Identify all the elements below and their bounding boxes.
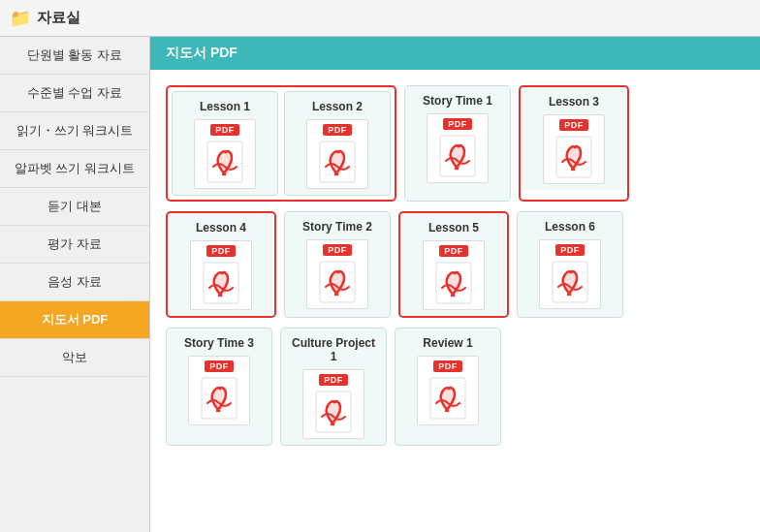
content-area: 지도서 PDF Lesson 1 PDF: [150, 37, 760, 532]
pdf-label-storytime3: Story Time 3: [184, 336, 254, 350]
pdf-item-lesson4[interactable]: Lesson 4 PDF: [168, 213, 274, 316]
pdf-item-lesson1[interactable]: Lesson 1 PDF: [172, 91, 278, 196]
pdf-item-storytime3[interactable]: Story Time 3 PDF: [166, 328, 272, 446]
pdf-item-storytime2[interactable]: Story Time 2 PDF: [284, 211, 391, 318]
grid-row-1: Lesson 1 PDF Lesson 2 PDF: [166, 85, 744, 202]
pdf-label-review1: Review 1: [423, 336, 472, 350]
grid-row-3: Story Time 3 PDF Culture Project 1 PDF: [166, 328, 744, 446]
pdf-icon-wrap-review1: PDF: [417, 356, 479, 425]
folder-icon: 📁: [10, 8, 31, 29]
group-lesson3: Lesson 3 PDF: [519, 85, 629, 202]
pdf-icon-wrap-culture1: PDF: [302, 369, 364, 439]
grid-row-2: Lesson 4 PDF Story Time 2 PDF: [166, 211, 744, 318]
pdf-item-culture1[interactable]: Culture Project 1 PDF: [280, 328, 387, 446]
pdf-item-lesson3[interactable]: Lesson 3 PDF: [521, 87, 627, 190]
pdf-icon-wrap-lesson2: PDF: [306, 119, 368, 189]
pdf-icon-wrap-lesson4: PDF: [190, 240, 252, 310]
pdf-icon-wrap-lesson3: PDF: [543, 114, 605, 184]
pdf-item-lesson6[interactable]: Lesson 6 PDF: [517, 211, 623, 318]
sidebar-item-alphabet-write[interactable]: 알파벳 쓰기 워크시트: [0, 150, 149, 188]
sidebar-item-music-score[interactable]: 악보: [0, 339, 149, 377]
pdf-label-lesson4: Lesson 4: [196, 221, 246, 235]
sidebar-item-unit-activity[interactable]: 단원별 활동 자료: [0, 37, 149, 75]
group-lesson1-2: Lesson 1 PDF Lesson 2 PDF: [166, 85, 396, 202]
app-title: 📁 자료실: [10, 8, 80, 29]
pdf-icon-wrap-lesson5: PDF: [423, 240, 485, 310]
pdf-item-lesson5[interactable]: Lesson 5 PDF: [400, 213, 507, 316]
content-header-title: 지도서 PDF: [166, 45, 238, 60]
pdf-icon-wrap-storytime3: PDF: [188, 356, 250, 425]
sidebar-item-level-class[interactable]: 수준별 수업 자료: [0, 75, 149, 112]
sidebar: 단원별 활동 자료수준별 수업 자료읽기・쓰기 워크시트알파벳 쓰기 워크시트듣…: [0, 37, 150, 532]
pdf-label-storytime1: Story Time 1: [423, 94, 492, 108]
pdf-item-review1[interactable]: Review 1 PDF: [395, 328, 501, 446]
pdf-label-storytime2: Story Time 2: [302, 220, 372, 234]
app-title-text: 자료실: [37, 9, 80, 27]
pdf-grid: Lesson 1 PDF Lesson 2 PDF: [150, 70, 760, 461]
pdf-label-culture1: Culture Project 1: [287, 336, 380, 363]
pdf-label-lesson3: Lesson 3: [549, 95, 599, 109]
pdf-icon-wrap-lesson6: PDF: [539, 239, 601, 309]
main-layout: 단원별 활동 자료수준별 수업 자료읽기・쓰기 워크시트알파벳 쓰기 워크시트듣…: [0, 37, 760, 532]
pdf-icon-wrap-storytime1: PDF: [427, 113, 489, 183]
group-lesson4: Lesson 4 PDF: [166, 211, 276, 318]
sidebar-item-listen-script[interactable]: 듣기 대본: [0, 188, 149, 226]
sidebar-item-evaluation[interactable]: 평가 자료: [0, 226, 149, 264]
sidebar-item-audio[interactable]: 음성 자료: [0, 264, 149, 301]
top-bar: 📁 자료실: [0, 0, 760, 37]
pdf-label-lesson1: Lesson 1: [200, 100, 250, 113]
content-header: 지도서 PDF: [150, 37, 760, 70]
group-lesson5: Lesson 5 PDF: [398, 211, 509, 318]
pdf-label-lesson6: Lesson 6: [545, 220, 595, 234]
pdf-icon-wrap-storytime2: PDF: [306, 239, 368, 309]
pdf-item-lesson2[interactable]: Lesson 2 PDF: [284, 91, 391, 196]
sidebar-item-guide-pdf[interactable]: 지도서 PDF: [0, 301, 149, 339]
sidebar-item-read-write[interactable]: 읽기・쓰기 워크시트: [0, 112, 149, 150]
pdf-label-lesson5: Lesson 5: [428, 221, 479, 235]
pdf-item-storytime1[interactable]: Story Time 1 PDF: [404, 85, 511, 202]
pdf-icon-wrap-lesson1: PDF: [194, 119, 256, 189]
pdf-label-lesson2: Lesson 2: [312, 100, 363, 113]
